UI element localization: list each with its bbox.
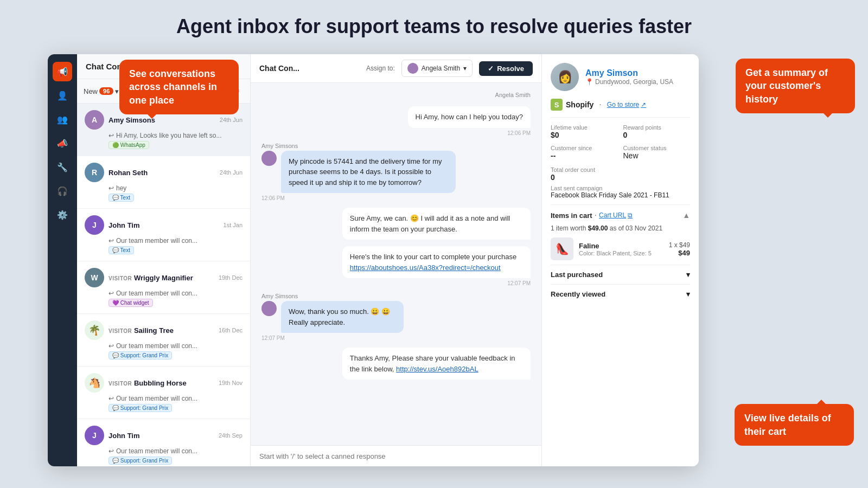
callout-customer-history: Get a summary of your customer's history xyxy=(736,59,855,113)
conv-item-preview: ↩ Our team member will con... xyxy=(108,342,242,350)
msg-with-avatar-1: My pincode is 57441 and the delivery tim… xyxy=(261,151,531,194)
conversation-item-2[interactable]: J John Tim 1st Jan ↩ Our team member wil… xyxy=(77,209,250,261)
customer-panel: 👩 Amy Simson 📍 Dundywood, Georgia, USA S… xyxy=(541,54,699,466)
go-to-store-link[interactable]: Go to store ↗ xyxy=(607,101,646,108)
conv-item-name: VISITOR Bubbling Horse xyxy=(108,379,214,387)
msg-bubble-2: Sure Amy, we can. 😊 I will add it as a n… xyxy=(342,208,531,240)
customer-profile: 👩 Amy Simson 📍 Dundywood, Georgia, USA xyxy=(551,63,690,91)
conv-item-name: Amy Simsons xyxy=(108,116,215,124)
assignee-avatar xyxy=(407,63,418,74)
cart-item-price: 1 x $49 $49 xyxy=(669,241,690,257)
cart-item-meta: Color: Black Patent, Size: 5 xyxy=(579,250,663,256)
sidebar-icon-settings[interactable]: ⚙️ xyxy=(53,205,72,224)
conv-item-channel: 🟢 WhatsApp xyxy=(108,141,242,149)
msg-link-5[interactable]: http://stev.us/Aoeh892bAL xyxy=(396,365,478,373)
conv-item-date: 1st Jan xyxy=(224,222,242,228)
stats-grid: Lifetime value $0 Reward points 0 Custom… xyxy=(551,124,690,160)
conversation-item-1[interactable]: R Rohan Seth 24th Jun ↩ hey 💬 Text xyxy=(77,156,250,209)
channel-badge: 🟢 WhatsApp xyxy=(108,141,149,149)
msg-bubble-3: Here's the link to your cart to complete… xyxy=(342,246,531,278)
stat-customer-since: Customer since -- xyxy=(551,145,618,160)
msg-row-0: Hi Amy, how can I help you today?12:06 P… xyxy=(261,106,531,136)
msg-row-3: Here's the link to your cart to complete… xyxy=(261,246,531,286)
channel-badge: 💬 Text xyxy=(108,246,134,254)
conv-item-date: 24th Jun xyxy=(220,117,242,123)
sidebar-icon-profile[interactable]: 👤 xyxy=(53,86,72,105)
conv-item-preview: ↩ hey xyxy=(108,184,242,192)
msg-bubble-1: My pincode is 57441 and the delivery tim… xyxy=(281,151,456,194)
msg-time-4: 12:07 PM xyxy=(261,335,285,341)
conv-item-name: John Tim xyxy=(108,432,214,440)
cart-summary: 1 item worth $49.00 as of 03 Nov 2021 xyxy=(551,224,662,232)
sidebar-icon-support[interactable]: 🎧 xyxy=(53,181,72,201)
cart-item-info: Faline Color: Black Patent, Size: 5 xyxy=(579,242,663,256)
assignee-dropdown[interactable]: Angela Smith ▾ xyxy=(401,60,473,77)
sidebar-icon-contacts[interactable]: 👥 xyxy=(53,110,72,129)
stat-lifetime-value: Lifetime value $0 xyxy=(551,124,618,139)
callout-cart-details: View live details of their cart xyxy=(735,404,854,446)
channel-badge: 💬 Support: Grand Prix xyxy=(108,457,172,465)
conversation-item-3[interactable]: W VISITOR Wriggly Magnifier 19th Dec ↩ O… xyxy=(77,261,250,314)
conv-item-header: W VISITOR Wriggly Magnifier 19th Dec xyxy=(85,268,242,287)
sidebar-icon-campaigns[interactable]: 📣 xyxy=(53,133,72,153)
customer-avatar: 👩 xyxy=(551,63,579,91)
sidebar: 📢 👤 👥 📣 🔧 🎧 ⚙️ xyxy=(48,54,77,466)
msg-row-5: Thanks Amy, Please share your valuable f… xyxy=(261,348,531,380)
chat-input[interactable] xyxy=(259,452,533,460)
conv-item-name: VISITOR Wriggly Magnifier xyxy=(108,274,214,282)
recently-viewed-chevron: ▾ xyxy=(686,290,690,298)
callout-conversations: See conversations across channels in one… xyxy=(119,60,239,114)
conv-item-name: John Tim xyxy=(108,221,219,229)
msg-bubble-0: Hi Amy, how can I help you today? xyxy=(408,106,531,128)
conv-item-header: R Rohan Seth 24th Jun xyxy=(85,163,242,182)
msg-avatar-1 xyxy=(261,151,277,166)
sidebar-icon-megaphone[interactable]: 📢 xyxy=(53,62,72,81)
visitor-tag: VISITOR xyxy=(108,381,132,387)
channel-badge: 💬 Text xyxy=(108,194,134,202)
conv-item-date: 19th Nov xyxy=(219,380,242,386)
msg-row-2: Sure Amy, we can. 😊 I will add it as a n… xyxy=(261,208,531,240)
cart-item-name: Faline xyxy=(579,242,663,250)
msg-link-3[interactable]: https://aboutshoes.us/Aa38x?redirect=/ch… xyxy=(350,264,501,272)
msg-bubble-4: Wow, thank you so much. 😀 😀 Really appre… xyxy=(281,301,404,333)
filter-badge: 96 xyxy=(99,87,113,95)
msg-time-0: 12:06 PM xyxy=(507,130,531,136)
conversation-item-6[interactable]: J John Tim 24th Sep ↩ Our team member wi… xyxy=(77,419,250,466)
conv-item-header: J John Tim 1st Jan xyxy=(85,215,242,235)
conv-item-channel: 💬 Support: Grand Prix xyxy=(108,351,242,359)
visitor-tag: VISITOR xyxy=(108,328,132,334)
recently-viewed-row[interactable]: Recently viewed ▾ xyxy=(551,284,690,304)
page-title: Agent inbox for support teams to resolve… xyxy=(0,0,868,48)
chat-header-title: Chat Con... xyxy=(259,64,299,73)
section-divider-1 xyxy=(551,204,690,205)
conv-item-preview: ↩ Hi Amy, Looks like you have left so... xyxy=(108,132,242,139)
sidebar-icon-automation[interactable]: 🔧 xyxy=(53,157,72,177)
assignee-name: Angela Smith xyxy=(422,65,460,72)
chat-area: Chat Con... Assign to: Angela Smith ▾ ✓ … xyxy=(251,54,541,466)
conv-item-date: 16th Dec xyxy=(219,327,242,333)
conv-item-date: 19th Dec xyxy=(219,274,242,281)
conversation-item-5[interactable]: 🐴 VISITOR Bubbling Horse 19th Nov ↩ Our … xyxy=(77,367,250,419)
conv-item-preview: ↩ Our team member will con... xyxy=(108,290,242,297)
filter-dropdown[interactable]: New 96 ▾ xyxy=(84,87,119,95)
msg-row-1: Amy SimsonsMy pincode is 57441 and the d… xyxy=(261,143,531,202)
shopify-section: S Shopify · Go to store ↗ xyxy=(551,99,690,118)
last-purchased-chevron: ▾ xyxy=(686,271,690,279)
conversation-item-4[interactable]: 🌴 VISITOR Sailing Tree 16th Dec ↩ Our te… xyxy=(77,314,250,367)
cart-item-image: 👠 xyxy=(551,237,573,260)
msg-time-1: 12:06 PM xyxy=(261,195,285,201)
last-purchased-row[interactable]: Last purchased ▾ xyxy=(551,265,690,284)
conv-items-container: A Amy Simsons 24th Jun ↩ Hi Amy, Looks l… xyxy=(77,104,250,466)
assign-label: Assign to: xyxy=(366,65,395,72)
conv-item-header: 🌴 VISITOR Sailing Tree 16th Dec xyxy=(85,320,242,340)
conv-item-name: VISITOR Sailing Tree xyxy=(108,326,214,335)
cart-collapse-icon[interactable]: ▲ xyxy=(682,211,690,220)
stat-reward-points: Reward points 0 xyxy=(623,124,691,139)
msg-time-3: 12:07 PM xyxy=(507,280,531,286)
resolve-button[interactable]: ✓ Resolve xyxy=(479,61,533,76)
conv-item-preview: ↩ Our team member will con... xyxy=(108,395,242,402)
conversation-list: Chat Con... New 96 ▾ 📋 🏷 ⚙ A Amy Simsons… xyxy=(77,54,251,466)
channel-badge: 💜 Chat widget xyxy=(108,299,153,307)
msg-sender-label: Angela Smith xyxy=(261,92,531,98)
cart-url-link[interactable]: Cart URL ⧉ xyxy=(599,211,633,219)
